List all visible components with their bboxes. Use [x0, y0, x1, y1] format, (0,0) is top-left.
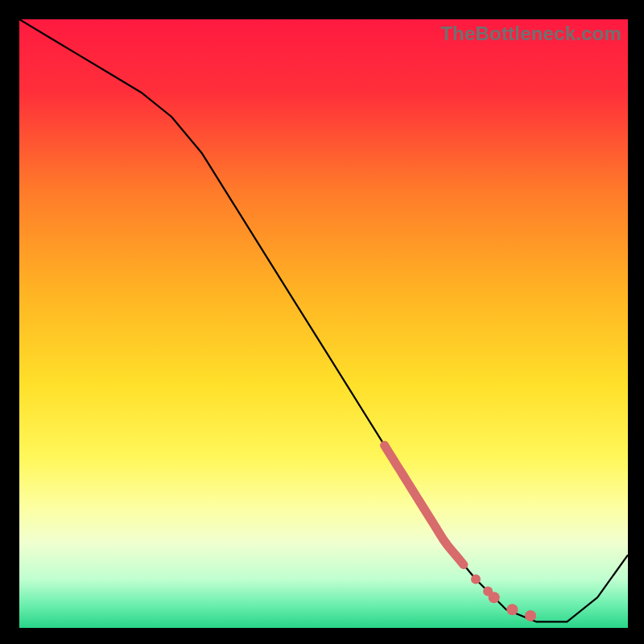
highlight-dot	[471, 575, 481, 584]
highlight-dot	[506, 604, 518, 615]
watermark-text: TheBottleneck.com	[440, 23, 621, 45]
chart-frame: TheBottleneck.com	[0, 0, 644, 644]
bottleneck-curve	[19, 19, 628, 628]
highlight-segment	[385, 445, 464, 564]
highlight-dot	[489, 592, 500, 603]
plot-area: TheBottleneck.com	[19, 19, 628, 628]
highlight-dot	[525, 610, 536, 621]
curve-path	[19, 19, 628, 621]
